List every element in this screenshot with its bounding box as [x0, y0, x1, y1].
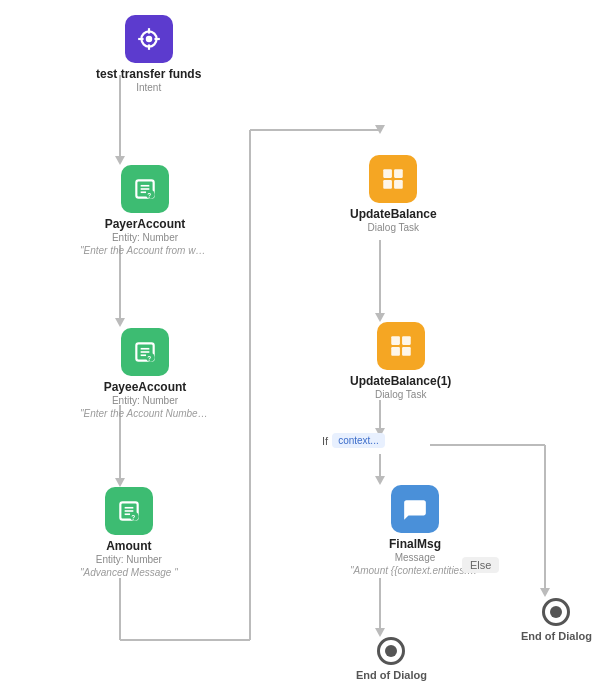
payer-account-title: PayerAccount — [105, 217, 186, 231]
payee-account-icon[interactable]: ? — [121, 328, 169, 376]
svg-rect-48 — [384, 180, 393, 189]
end-of-dialog-2-icon — [542, 598, 570, 626]
end-of-dialog-1-label: End of Dialog — [356, 669, 427, 681]
intent-subtitle: Intent — [136, 82, 161, 93]
final-msg-icon[interactable] — [391, 485, 439, 533]
update-balance1-node: UpdateBalance(1) Dialog Task — [350, 322, 451, 402]
else-label: Else — [462, 557, 499, 573]
update-balance1-subtitle: Dialog Task — [375, 389, 427, 400]
amount-node: ? Amount Entity: Number "Advanced Messag… — [80, 487, 178, 578]
dialog-task-icon-2 — [388, 333, 414, 359]
svg-point-22 — [145, 36, 152, 43]
payee-account-hint: "Enter the Account Number to ..." — [80, 408, 210, 419]
entity-icon: ? — [132, 176, 158, 202]
svg-marker-5 — [115, 478, 125, 487]
payee-account-title: PayeeAccount — [104, 380, 187, 394]
svg-rect-50 — [391, 336, 400, 345]
dialog-task-icon — [380, 166, 406, 192]
svg-marker-18 — [375, 628, 385, 637]
amount-icon[interactable]: ? — [105, 487, 153, 535]
svg-marker-12 — [375, 313, 385, 322]
if-label: If — [322, 435, 328, 447]
update-balance1-title: UpdateBalance(1) — [350, 374, 451, 388]
svg-rect-52 — [391, 347, 400, 356]
update-balance-subtitle: Dialog Task — [368, 222, 420, 233]
condition-row: If context... — [322, 433, 385, 448]
update-balance-icon[interactable] — [369, 155, 417, 203]
svg-text:?: ? — [147, 355, 151, 362]
intent-title: test transfer funds — [96, 67, 201, 81]
update-balance1-icon[interactable] — [377, 322, 425, 370]
svg-rect-53 — [402, 347, 411, 356]
intent-icon[interactable] — [125, 15, 173, 63]
amount-title: Amount — [106, 539, 151, 553]
svg-marker-1 — [115, 156, 125, 165]
condition-value[interactable]: context... — [332, 433, 385, 448]
end-of-dialog-2-label: End of Dialog — [521, 630, 592, 642]
svg-text:?: ? — [147, 192, 151, 199]
svg-marker-16 — [375, 476, 385, 485]
payer-account-hint: "Enter the Account from wher... " — [80, 245, 210, 256]
svg-marker-3 — [115, 318, 125, 327]
svg-rect-46 — [384, 169, 393, 178]
final-msg-title: FinalMsg — [389, 537, 441, 551]
crosshair-icon — [136, 26, 162, 52]
svg-marker-21 — [540, 588, 550, 597]
final-msg-node: FinalMsg Message "Amount {{context.entit… — [350, 485, 480, 576]
intent-node: test transfer funds Intent — [96, 15, 201, 95]
final-msg-subtitle: Message — [395, 552, 436, 563]
payer-account-subtitle: Entity: Number — [112, 232, 178, 243]
update-balance-node: UpdateBalance Dialog Task — [350, 155, 437, 235]
update-balance-title: UpdateBalance — [350, 207, 437, 221]
svg-rect-49 — [394, 180, 403, 189]
svg-text:?: ? — [131, 514, 135, 521]
svg-marker-10 — [375, 125, 385, 134]
end-of-dialog-2-node: End of Dialog — [521, 598, 592, 643]
end-of-dialog-1-icon — [377, 637, 405, 665]
svg-rect-51 — [402, 336, 411, 345]
amount-subtitle: Entity: Number — [96, 554, 162, 565]
entity-icon-2: ? — [132, 339, 158, 365]
payer-account-icon[interactable]: ? — [121, 165, 169, 213]
message-icon — [402, 496, 428, 522]
svg-rect-47 — [394, 169, 403, 178]
entity-icon-3: ? — [116, 498, 142, 524]
final-msg-hint: "Amount {{context.entities.Am... " — [350, 565, 480, 576]
amount-hint: "Advanced Message " — [80, 567, 178, 578]
canvas: test transfer funds Intent ? PayerAccoun… — [0, 0, 601, 695]
payer-account-node: ? PayerAccount Entity: Number "Enter the… — [80, 165, 210, 256]
payee-account-subtitle: Entity: Number — [112, 395, 178, 406]
end-of-dialog-1-node: End of Dialog — [356, 637, 427, 682]
payee-account-node: ? PayeeAccount Entity: Number "Enter the… — [80, 328, 210, 419]
else-container: Else — [462, 558, 499, 572]
